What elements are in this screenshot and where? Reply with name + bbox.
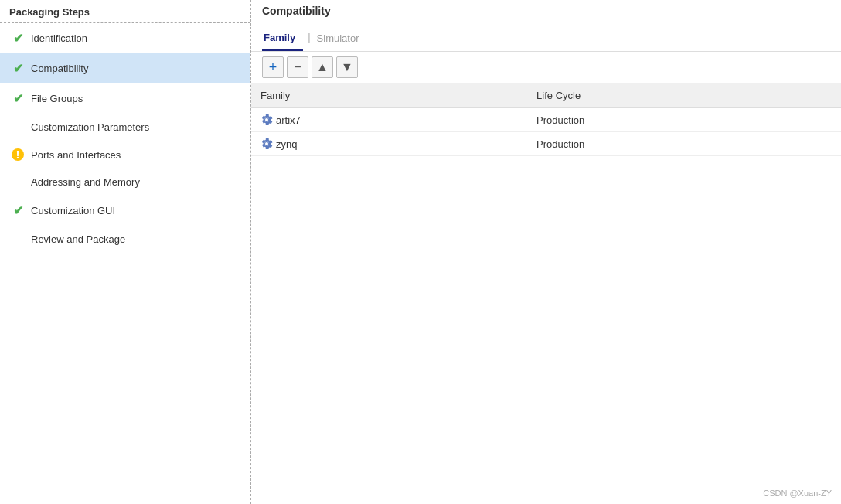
main-content: Compatibility Family | Simulator + − ▲ ▼	[251, 0, 841, 504]
sidebar-label-review-and-package: Review and Package	[31, 233, 125, 245]
remove-button[interactable]: −	[287, 56, 308, 78]
sidebar-item-customization-gui[interactable]: ✔ Customization GUI	[0, 196, 250, 226]
warning-icon-ports: !	[11, 148, 25, 161]
sidebar: Packaging Steps ✔ Identification ✔ Compa…	[0, 0, 251, 504]
family-name-zynq: zynq	[276, 138, 297, 150]
down-arrow-icon: ▼	[341, 60, 353, 74]
up-arrow-icon: ▲	[316, 60, 329, 74]
family-cell-zynq: zynq	[251, 132, 527, 156]
sidebar-title: Packaging Steps	[0, 0, 250, 23]
move-down-button[interactable]: ▼	[336, 56, 358, 78]
lifecycle-cell-zynq: Production	[527, 132, 841, 156]
toolbar: + − ▲ ▼	[251, 52, 841, 83]
table-row[interactable]: artix7 Production	[251, 108, 841, 132]
remove-icon: −	[294, 60, 301, 74]
sidebar-item-addressing-and-memory[interactable]: Addressing and Memory	[0, 169, 250, 196]
sidebar-label-compatibility: Compatibility	[31, 63, 88, 74]
col-header-lifecycle: Life Cycle	[527, 83, 841, 108]
add-icon: +	[269, 60, 277, 76]
add-button[interactable]: +	[262, 56, 284, 78]
col-header-family: Family	[251, 83, 527, 108]
family-table: Family Life Cycle artix7	[251, 83, 841, 156]
sidebar-item-customization-parameters[interactable]: Customization Parameters	[0, 114, 250, 141]
family-name-artix7: artix7	[276, 114, 301, 126]
family-cell-artix7: artix7	[251, 108, 527, 132]
check-icon-customization-gui: ✔	[11, 203, 25, 218]
lifecycle-cell-artix7: Production	[527, 108, 841, 132]
sidebar-item-identification[interactable]: ✔ Identification	[0, 23, 250, 53]
sidebar-item-file-groups[interactable]: ✔ File Groups	[0, 83, 250, 114]
sidebar-item-ports-and-interfaces[interactable]: ! Ports and Interfaces	[0, 141, 250, 169]
table-header-row: Family Life Cycle	[251, 83, 841, 108]
main-header: Compatibility	[251, 0, 841, 22]
sidebar-label-customization-parameters: Customization Parameters	[31, 121, 149, 133]
sidebar-label-addressing-and-memory: Addressing and Memory	[31, 176, 140, 188]
check-icon-identification: ✔	[11, 31, 25, 46]
sidebar-label-file-groups: File Groups	[31, 93, 83, 104]
tab-simulator[interactable]: Simulator	[315, 29, 367, 50]
check-icon-compatibility: ✔	[11, 61, 25, 76]
sidebar-item-review-and-package[interactable]: Review and Package	[0, 226, 250, 253]
sidebar-label-customization-gui: Customization GUI	[31, 205, 115, 216]
sidebar-item-compatibility[interactable]: ✔ Compatibility	[0, 53, 250, 83]
sidebar-label-identification: Identification	[31, 32, 87, 44]
tabs-bar: Family | Simulator	[251, 22, 841, 52]
move-up-button[interactable]: ▲	[312, 56, 333, 78]
gear-icon-zynq	[260, 138, 273, 150]
watermark: CSDN @Xuan-ZY	[763, 489, 832, 498]
gear-icon-artix7	[260, 114, 273, 126]
table-row[interactable]: zynq Production	[251, 132, 841, 156]
tab-family[interactable]: Family	[262, 29, 303, 51]
sidebar-label-ports-and-interfaces: Ports and Interfaces	[31, 149, 121, 161]
family-table-area: Family Life Cycle artix7	[251, 83, 841, 504]
check-icon-file-groups: ✔	[11, 91, 25, 106]
tab-separator: |	[303, 31, 315, 49]
